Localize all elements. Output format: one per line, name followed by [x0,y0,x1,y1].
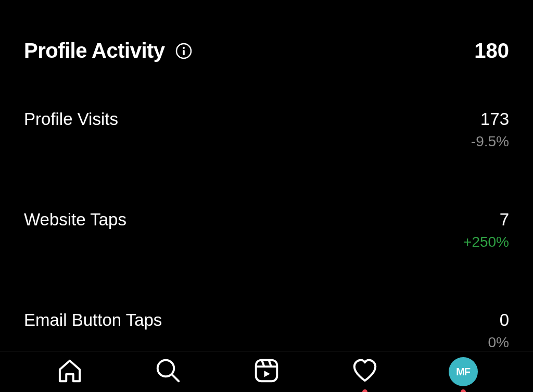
metric-value: 173 [480,109,509,129]
metric-row: Email Button Taps 0 0% [24,310,509,351]
metric-value: 7 [500,210,509,230]
heart-icon [351,357,379,387]
page-title: Profile Activity [24,39,165,62]
metric-change: -9.5% [471,133,509,150]
metric-change: 0% [488,334,509,351]
reels-icon [252,357,281,387]
header-total: 180 [474,39,509,62]
header-row: Profile Activity 180 [24,39,509,62]
home-icon [56,357,84,387]
avatar: MF [449,357,478,386]
content: Profile Activity 180 Profile Visits 173 … [0,0,533,351]
svg-point-1 [183,47,185,49]
metric-value: 0 [500,310,509,330]
search-icon [154,357,182,387]
metric-row: Website Taps 7 +250% [24,210,509,250]
svg-rect-2 [183,50,185,55]
header-left: Profile Activity [24,39,192,62]
bottom-nav: MF [0,351,533,392]
metric-values: 7 +250% [463,210,509,250]
svg-line-4 [172,375,179,381]
nav-profile[interactable]: MF [448,356,479,387]
notification-dot [461,389,466,392]
info-icon[interactable] [175,43,192,59]
metric-values: 173 -9.5% [471,109,509,150]
notification-dot [362,389,367,392]
metric-label: Profile Visits [24,109,118,150]
metric-row: Profile Visits 173 -9.5% [24,109,509,150]
avatar-initials: MF [456,366,470,378]
metric-values: 0 0% [488,310,509,351]
nav-search[interactable] [153,356,184,387]
svg-rect-5 [256,360,277,382]
nav-activity[interactable] [349,356,380,387]
metric-label: Email Button Taps [24,310,162,351]
nav-home[interactable] [54,356,85,387]
nav-reels[interactable] [251,356,282,387]
metric-label: Website Taps [24,210,126,250]
metric-change: +250% [463,234,509,250]
